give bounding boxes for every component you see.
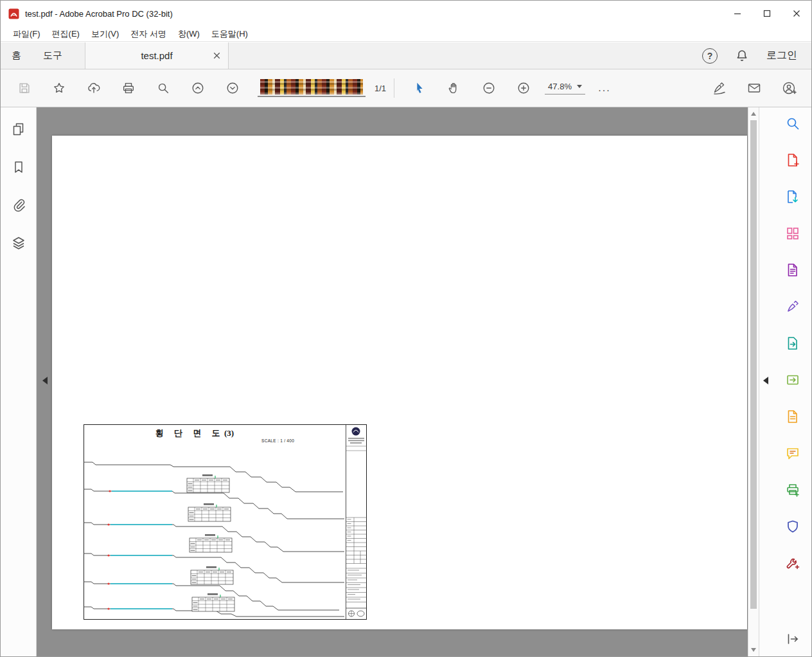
search-tools-button[interactable] (784, 115, 801, 132)
zoom-out-icon (482, 81, 496, 95)
vertical-scrollbar[interactable] (748, 107, 759, 656)
zoom-out-button[interactable] (472, 75, 506, 102)
organize-pages-icon (785, 226, 800, 241)
drawing-scale-label: SCALE : 1 / 400 (261, 438, 294, 443)
export-pdf-button[interactable] (784, 188, 801, 205)
hand-icon (447, 81, 461, 95)
redacted-area (260, 79, 363, 94)
notifications-bell-icon[interactable] (734, 48, 750, 64)
scroll-down-arrow-icon[interactable] (751, 648, 756, 652)
menu-edit[interactable]: 편집(E) (46, 28, 85, 40)
save-icon (17, 81, 31, 95)
send-document-button[interactable] (784, 335, 801, 352)
green-printer-icon (785, 482, 800, 498)
account-button[interactable] (772, 75, 806, 102)
page-thumbnails-icon (11, 122, 26, 137)
print-production-button[interactable] (784, 482, 801, 498)
menu-esign[interactable]: 전자 서명 (125, 28, 172, 40)
open-panel-button[interactable] (784, 631, 801, 647)
document-viewport[interactable]: 횡 단 면 도 (3) SCALE : 1 / 400 (37, 107, 748, 656)
menu-help[interactable]: 도움말(H) (206, 28, 254, 40)
zoom-in-button[interactable] (506, 75, 541, 102)
attachments-button[interactable] (10, 196, 28, 214)
fill-sign-pen-icon (785, 299, 800, 314)
envelope-icon (746, 80, 762, 96)
search-tools-icon (785, 116, 800, 131)
comment-bubble-icon (785, 446, 800, 461)
create-pdf-button[interactable] (784, 152, 801, 168)
cursor-arrow-icon (412, 81, 427, 95)
combine-files-button[interactable] (784, 408, 801, 425)
printer-icon (121, 81, 136, 95)
tab-tools[interactable]: 도구 (32, 42, 73, 69)
pdf-page: 횡 단 면 도 (3) SCALE : 1 / 400 (52, 136, 747, 629)
comment-button[interactable] (784, 445, 801, 462)
bookmark-icon (11, 159, 26, 175)
page-up-icon (191, 81, 205, 95)
hand-tool-button[interactable] (437, 75, 472, 102)
previous-page-button[interactable] (181, 75, 215, 102)
minimize-button[interactable] (723, 1, 752, 26)
zoom-level-dropdown[interactable]: 47.8% (545, 82, 585, 94)
scroll-up-arrow-icon[interactable] (751, 112, 756, 116)
fill-and-sign-button[interactable] (784, 298, 801, 315)
more-tools-rail-button[interactable] (784, 555, 801, 572)
tools-panel-rail (759, 107, 811, 656)
protect-button[interactable] (784, 518, 801, 535)
next-page-button[interactable] (215, 75, 250, 102)
layers-icon (11, 235, 26, 251)
title-bar: test.pdf - Adobe Acrobat Pro DC (32-bit) (1, 1, 811, 26)
main-toolbar: 1/1 47.8% ... (1, 69, 811, 107)
enhance-document-button[interactable] (784, 262, 801, 278)
purple-document-icon (785, 262, 800, 278)
document-tab-label: test.pdf (141, 50, 172, 61)
page-down-icon (225, 81, 240, 95)
page-number-input[interactable] (258, 79, 366, 97)
login-button[interactable]: 로그인 (766, 49, 797, 62)
cross-section-drawing: 횡 단 면 도 (3) SCALE : 1 / 400 (84, 424, 367, 620)
menu-bar: 파일(F) 편집(E) 보기(V) 전자 서명 창(W) 도움말(H) (1, 26, 811, 42)
expand-tools-panel-arrow-icon[interactable] (763, 377, 768, 384)
drawing-title: 횡 단 면 도 (3) (140, 428, 249, 439)
page-thumbnails-button[interactable] (10, 120, 28, 138)
organize-pages-button[interactable] (784, 225, 801, 242)
layers-button[interactable] (10, 234, 28, 252)
close-tab-icon[interactable] (212, 51, 222, 60)
person-circle-icon (781, 80, 797, 96)
send-document-icon (785, 336, 800, 351)
sign-button[interactable] (702, 75, 737, 102)
paperclip-icon (11, 197, 26, 213)
tab-document[interactable]: test.pdf (85, 42, 229, 69)
close-button[interactable] (782, 1, 811, 26)
menu-file[interactable]: 파일(F) (7, 28, 46, 40)
tab-home[interactable]: 홈 (1, 42, 32, 69)
collapse-left-panel-arrow-icon[interactable] (42, 377, 48, 384)
star-favorite-button[interactable] (42, 75, 76, 102)
email-button[interactable] (737, 75, 772, 102)
more-tools-button[interactable]: ... (592, 82, 617, 94)
menu-view[interactable]: 보기(V) (85, 28, 125, 40)
save-button[interactable] (7, 75, 42, 102)
help-button[interactable]: ? (702, 48, 718, 64)
search-button[interactable] (146, 75, 181, 102)
bookmarks-button[interactable] (10, 158, 28, 176)
open-panel-arrow-icon (785, 631, 800, 647)
print-button[interactable] (111, 75, 146, 102)
wrench-plus-icon (785, 555, 800, 571)
green-frame-arrow-icon (785, 372, 800, 388)
drawing-canvas (84, 424, 367, 620)
left-navigation-rail (1, 107, 37, 656)
select-tool-button[interactable] (402, 75, 437, 102)
chevron-down-icon (577, 85, 582, 88)
scrollbar-thumb[interactable] (750, 120, 757, 609)
share-cloud-button[interactable] (76, 75, 111, 102)
menu-window[interactable]: 창(W) (172, 28, 206, 40)
scan-ocr-button[interactable] (784, 372, 801, 388)
star-icon (52, 81, 66, 95)
shield-icon (785, 519, 800, 534)
zoom-in-icon (516, 81, 531, 95)
search-icon (156, 81, 170, 95)
maximize-button[interactable] (752, 1, 782, 26)
cloud-upload-icon (87, 81, 101, 95)
acrobat-logo-icon (8, 8, 19, 19)
